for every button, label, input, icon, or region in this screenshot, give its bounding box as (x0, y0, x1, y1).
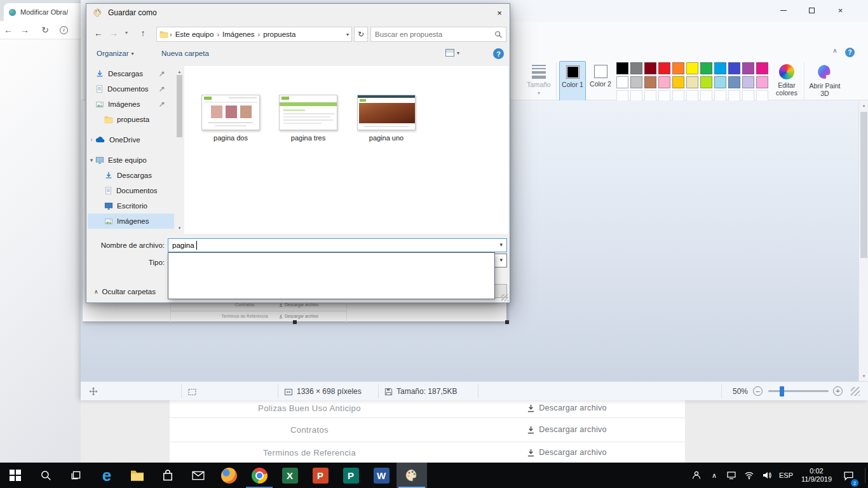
tray-wifi-button[interactable] (741, 463, 757, 488)
sidebar-item-este-equipo[interactable]: ▾ Este equipo (88, 152, 174, 168)
download-link[interactable]: Descargar archivo (500, 403, 634, 412)
zoom-slider-thumb[interactable] (780, 386, 784, 396)
close-button[interactable]: × (826, 0, 855, 21)
breadcrumb-pictures[interactable]: Imágenes (222, 30, 255, 38)
palette-swatch[interactable] (742, 62, 754, 74)
sidebar-item-documentos[interactable]: Documentos (88, 81, 174, 97)
palette-swatch[interactable] (728, 62, 740, 74)
taskbar-publisher[interactable]: P (336, 463, 366, 488)
file-item-pagina-dos[interactable]: pagina dos (196, 95, 266, 142)
filename-input[interactable]: pagina ▾ (168, 238, 507, 252)
help-icon[interactable]: ? (845, 48, 855, 57)
taskbar-paint-active[interactable] (397, 463, 427, 488)
palette-swatch[interactable] (616, 76, 628, 88)
search-box[interactable] (370, 27, 506, 42)
resize-grip[interactable] (851, 387, 860, 396)
open-paint3d-button[interactable]: Abrir Paint 3D (807, 61, 843, 104)
palette-swatch[interactable] (756, 62, 768, 74)
taskbar-excel[interactable]: X (275, 463, 305, 488)
collapse-chevron-icon[interactable]: ▾ (88, 157, 95, 163)
sidebar-item-descargas-child[interactable]: Descargas (88, 168, 174, 183)
taskbar-firefox[interactable] (214, 463, 244, 488)
minimize-button[interactable] (769, 0, 797, 21)
palette-swatch[interactable] (644, 62, 656, 74)
taskbar-mail[interactable] (183, 463, 214, 488)
taskbar-chrome[interactable] (244, 463, 275, 488)
tray-network-button[interactable] (723, 463, 740, 488)
taskbar-file-explorer[interactable] (122, 463, 153, 488)
palette-swatch[interactable] (686, 76, 698, 88)
download-link[interactable]: Descargar archivo (500, 425, 634, 434)
sidebar-item-imagenes[interactable]: Imágenes (88, 97, 174, 112)
sidebar-item-propuesta[interactable]: propuesta (88, 112, 174, 127)
sidebar-item-onedrive[interactable]: › OneDrive (88, 132, 174, 147)
palette-swatch[interactable] (630, 62, 642, 74)
dialog-help-button[interactable]: ? (493, 48, 504, 59)
canvas-resize-handle[interactable] (505, 320, 509, 324)
taskbar-store[interactable] (153, 463, 183, 488)
file-item-pagina-tres[interactable]: pagina tres (273, 95, 343, 142)
hide-folders-button[interactable]: ∧ Ocultar carpetas (94, 285, 156, 298)
scroll-up-icon[interactable]: ▴ (175, 69, 184, 74)
taskbar-powerpoint[interactable]: P (305, 463, 336, 488)
palette-swatch[interactable] (728, 76, 740, 88)
action-center-button[interactable]: 2 (837, 463, 859, 488)
forward-icon[interactable]: → (107, 27, 121, 39)
color1-button[interactable]: Color 1 (559, 61, 586, 104)
scrollbar-thumb[interactable] (177, 75, 182, 137)
taskbar-search-button[interactable] (31, 463, 61, 488)
sidebar-item-escritorio[interactable]: Escritorio (88, 198, 174, 214)
canvas-resize-handle[interactable] (293, 320, 297, 324)
show-desktop-divider[interactable] (865, 468, 865, 483)
download-link[interactable]: Descargar archivo (500, 448, 634, 457)
palette-swatch[interactable] (616, 62, 628, 74)
browser-reload-icon[interactable]: ↻ (37, 25, 53, 35)
breadcrumb-this-pc[interactable]: Este equipo (175, 30, 214, 38)
breadcrumb-propuesta[interactable]: propuesta (263, 30, 295, 38)
zoom-slider-track[interactable] (768, 390, 829, 392)
palette-swatch[interactable] (658, 76, 670, 88)
palette-swatch[interactable] (672, 76, 684, 88)
vertical-scrollbar[interactable]: ▴ ▾ (858, 100, 868, 381)
page-info-icon[interactable]: i (60, 26, 68, 34)
chevron-down-icon[interactable]: ▾ (499, 257, 503, 263)
organize-button[interactable]: Organizar▾ (97, 50, 134, 57)
new-folder-button[interactable]: Nueva carpeta (161, 50, 209, 57)
size-button[interactable]: Tamaño ▾ (525, 61, 553, 104)
breadcrumb[interactable]: › Este equipo › Imágenes › propuesta ▾ (156, 27, 352, 42)
zoom-out-button[interactable]: – (753, 386, 763, 396)
palette-swatch[interactable] (658, 62, 670, 74)
palette-swatch[interactable] (686, 62, 698, 74)
refresh-button[interactable]: ↻ (354, 27, 368, 42)
sidebar-item-descargas[interactable]: Descargas (88, 66, 174, 81)
file-item-pagina-uno[interactable]: pagina uno (351, 95, 421, 142)
browser-forward-icon[interactable]: → (17, 25, 33, 35)
expand-chevron-icon[interactable]: › (88, 137, 95, 143)
sidebar-item-imagenes-selected[interactable]: Imágenes (88, 214, 174, 229)
chevron-down-icon[interactable]: ▾ (346, 32, 349, 37)
collapse-ribbon-icon[interactable]: ∧ (829, 47, 841, 57)
chevron-down-icon[interactable]: ▾ (499, 241, 503, 248)
palette-swatch[interactable] (742, 76, 754, 88)
scroll-down-icon[interactable]: ▾ (859, 374, 868, 379)
scrollbar-thumb[interactable] (860, 112, 867, 258)
tray-clock[interactable]: 0:02 11/9/2019 (797, 463, 836, 488)
start-button[interactable] (0, 463, 31, 488)
sidebar-item-documentos-child[interactable]: Documentos (88, 183, 174, 198)
taskbar-word[interactable]: W (366, 463, 397, 488)
task-view-button[interactable] (61, 463, 92, 488)
scroll-up-icon[interactable]: ▴ (859, 103, 868, 108)
search-input[interactable] (371, 30, 494, 39)
sidebar-scrollbar[interactable]: ▴ ▾ (175, 66, 184, 234)
taskbar-edge[interactable]: e (92, 463, 122, 488)
dialog-close-button[interactable]: × (489, 4, 510, 22)
chrome-tab[interactable]: Modificar Obra/ (4, 3, 86, 21)
palette-swatch[interactable] (644, 76, 656, 88)
maximize-button[interactable] (797, 0, 826, 21)
tray-people-button[interactable] (688, 463, 705, 488)
edit-colors-button[interactable]: Editar colores (772, 61, 801, 104)
zoom-in-button[interactable]: + (833, 386, 843, 396)
color2-button[interactable]: Color 2 (587, 61, 614, 104)
palette-swatch[interactable] (630, 76, 642, 88)
palette-swatch[interactable] (756, 76, 768, 88)
